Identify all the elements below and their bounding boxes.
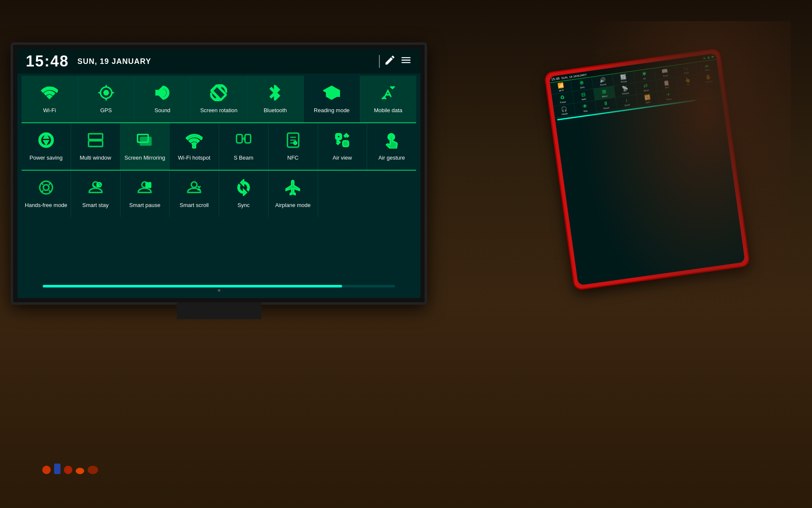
smart-stay-toggle[interactable]: Smart stay bbox=[71, 171, 121, 217]
phone-item-r3-2: 👁Stay bbox=[574, 101, 596, 116]
air-gesture-label: Air gesture bbox=[379, 155, 405, 162]
phone-item-r3-8 bbox=[699, 83, 721, 98]
quick-settings-grid: Wi-Fi GPS Sound bbox=[17, 74, 420, 219]
mobile-data-icon bbox=[380, 84, 397, 104]
bluetooth-icon bbox=[267, 84, 284, 104]
s-beam-label: S Beam bbox=[234, 155, 253, 162]
shelf-decorations bbox=[42, 464, 98, 474]
home-indicator bbox=[218, 289, 220, 292]
air-view-icon bbox=[334, 132, 351, 151]
scene: 15:48 SUN, 19 JANUARY bbox=[0, 0, 812, 508]
nfc-icon bbox=[285, 132, 302, 151]
hands-free-icon bbox=[38, 179, 55, 199]
grid-row-1: Wi-Fi GPS Sound bbox=[22, 76, 416, 123]
svg-point-14 bbox=[294, 141, 296, 144]
tv-display: 15:48 SUN, 19 JANUARY bbox=[11, 42, 427, 305]
screen-rotation-icon bbox=[210, 84, 227, 104]
svg-rect-6 bbox=[88, 134, 102, 139]
svg-rect-20 bbox=[146, 182, 148, 188]
smart-scroll-icon bbox=[186, 179, 203, 199]
svg-rect-9 bbox=[140, 137, 151, 145]
shelf-item-4 bbox=[76, 468, 84, 474]
s-beam-icon bbox=[235, 132, 252, 151]
progress-fill bbox=[43, 285, 342, 287]
sync-label: Sync bbox=[237, 202, 250, 209]
airplane-mode-toggle[interactable]: Airplane mode bbox=[269, 171, 318, 217]
reading-mode-toggle[interactable]: Reading mode bbox=[304, 76, 360, 122]
screen-mirroring-toggle[interactable]: Screen Mirroring bbox=[121, 123, 170, 170]
air-view-label: Air view bbox=[333, 155, 352, 162]
multi-window-label: Multi window bbox=[80, 155, 111, 162]
power-saving-icon bbox=[38, 132, 55, 151]
wifi-hotspot-label: Wi-Fi hotspot bbox=[178, 155, 211, 162]
hands-free-label: Hands-free mode bbox=[25, 202, 67, 209]
smart-scroll-toggle[interactable]: Smart scroll bbox=[170, 171, 219, 217]
bluetooth-label: Bluetooth bbox=[263, 107, 287, 114]
phone-device: 15:48 SUN, 19 JANUARY ▲ ◉ ▶ 📶Wi-Fi ⊕GPS … bbox=[544, 48, 750, 290]
pencil-icon[interactable] bbox=[384, 54, 396, 69]
svg-rect-21 bbox=[149, 182, 151, 188]
s-beam-toggle[interactable]: S Beam bbox=[219, 123, 269, 170]
sound-label: Sound bbox=[154, 107, 170, 114]
multi-window-icon bbox=[87, 132, 104, 151]
smart-stay-icon bbox=[87, 179, 104, 199]
gps-label: GPS bbox=[100, 107, 112, 114]
screen-mirroring-label: Screen Mirroring bbox=[124, 155, 165, 162]
air-gesture-toggle[interactable]: Air gesture bbox=[367, 123, 416, 170]
svg-rect-10 bbox=[193, 145, 196, 148]
gps-icon bbox=[98, 84, 115, 104]
divider bbox=[379, 55, 380, 68]
phone-item-r3-3: ⏸Pause bbox=[595, 98, 617, 113]
hands-free-toggle[interactable]: Hands-free mode bbox=[22, 171, 71, 217]
sound-toggle[interactable]: Sound bbox=[134, 76, 191, 122]
mobile-data-label: Mobile data bbox=[374, 107, 402, 114]
power-saving-label: Power saving bbox=[30, 155, 63, 162]
tv-screen: 15:48 SUN, 19 JANUARY bbox=[17, 49, 420, 298]
smart-scroll-label: Smart scroll bbox=[180, 202, 209, 209]
multi-window-toggle[interactable]: Multi window bbox=[71, 123, 121, 170]
nfc-label: NFC bbox=[287, 155, 299, 162]
wifi-icon bbox=[41, 84, 58, 104]
phone-item-r3-7 bbox=[678, 86, 701, 101]
phone-item-r3-6: ✈Plane bbox=[657, 89, 680, 104]
gps-toggle[interactable]: GPS bbox=[78, 76, 134, 122]
sync-toggle[interactable]: Sync bbox=[219, 171, 269, 217]
smart-pause-icon bbox=[136, 179, 153, 199]
air-view-toggle[interactable]: Air view bbox=[318, 123, 368, 170]
sound-icon bbox=[154, 84, 171, 104]
grid-row-2: Power saving Multi window Screen Mirrori… bbox=[22, 123, 416, 171]
menu-icon[interactable] bbox=[400, 54, 412, 69]
status-bar: 15:48 SUN, 19 JANUARY bbox=[17, 49, 420, 74]
smart-stay-label: Smart stay bbox=[82, 202, 109, 209]
shelf-item-2 bbox=[54, 464, 60, 474]
reading-mode-icon bbox=[323, 84, 340, 104]
wifi-toggle[interactable]: Wi-Fi bbox=[22, 76, 78, 122]
svg-rect-11 bbox=[236, 134, 242, 143]
shelf-item-3 bbox=[64, 466, 72, 474]
svg-rect-12 bbox=[245, 134, 250, 143]
smart-pause-label: Smart pause bbox=[129, 202, 161, 209]
shelf-item-1 bbox=[42, 466, 51, 474]
progress-bar bbox=[43, 285, 395, 287]
svg-point-1 bbox=[104, 91, 108, 95]
tv-stand bbox=[177, 302, 261, 319]
grid-row-3: Hands-free mode Smart stay Smart pause bbox=[22, 171, 416, 217]
svg-rect-7 bbox=[88, 141, 102, 146]
svg-point-22 bbox=[191, 182, 197, 187]
bluetooth-toggle[interactable]: Bluetooth bbox=[247, 76, 304, 122]
airplane-mode-label: Airplane mode bbox=[275, 202, 311, 209]
nfc-toggle[interactable]: NFC bbox=[269, 123, 318, 170]
screen-rotation-toggle[interactable]: Screen rotation bbox=[191, 76, 247, 122]
phone-item-r3-4: ↕Scroll bbox=[616, 95, 638, 110]
reading-mode-label: Reading mode bbox=[314, 107, 350, 114]
phone-item-r3-5: 🔁Sync bbox=[636, 92, 659, 107]
wifi-hotspot-toggle[interactable]: Wi-Fi hotspot bbox=[170, 123, 219, 170]
smart-pause-toggle[interactable]: Smart pause bbox=[121, 171, 170, 217]
screen-mirroring-icon bbox=[136, 132, 153, 151]
phone-time: 15:48 bbox=[551, 76, 560, 81]
shelf-item-5 bbox=[88, 466, 98, 474]
power-saving-toggle[interactable]: Power saving bbox=[22, 123, 71, 170]
wifi-hotspot-icon bbox=[186, 132, 203, 151]
wifi-label: Wi-Fi bbox=[43, 107, 56, 114]
mobile-data-toggle[interactable]: Mobile data bbox=[360, 76, 416, 122]
